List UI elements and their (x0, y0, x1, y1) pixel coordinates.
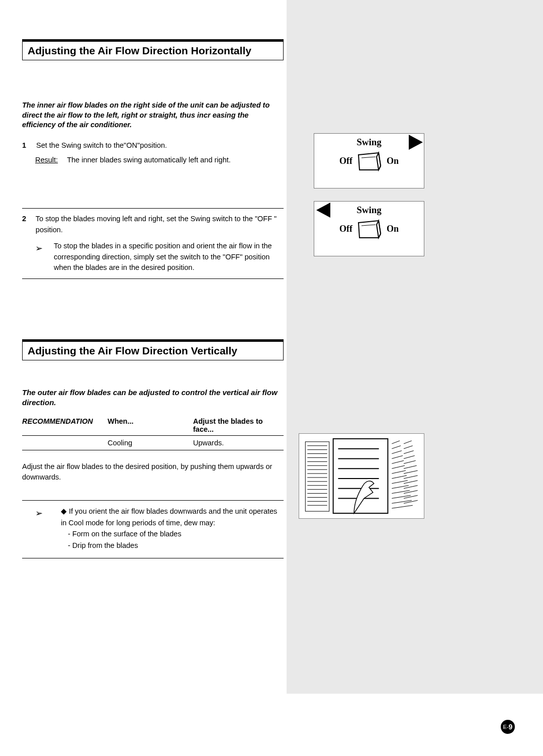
svg-line-28 (392, 451, 402, 454)
step-text: To stop the blades moving left and right… (36, 214, 284, 236)
cell-adjust: Upwards. (193, 439, 284, 447)
swing-off-label: Off (339, 224, 352, 234)
note-arrow-icon: ➢ (35, 241, 43, 273)
swing-on-label: On (387, 156, 399, 166)
col-when: When... (108, 417, 193, 433)
step-2: 2 To stop the blades moving left and rig… (22, 214, 284, 236)
intro-vertical: The outer air flow blades can be adjuste… (22, 388, 284, 408)
swing-diagram-on: Swing Off On (314, 133, 424, 188)
swing-on-label: On (387, 224, 399, 234)
svg-line-32 (392, 470, 406, 474)
cell-when: Cooling (108, 439, 193, 447)
vertical-blade-illustration (299, 433, 424, 519)
svg-line-29 (392, 455, 403, 458)
warning-item: - Form on the surface of the blades (54, 528, 284, 539)
svg-line-39 (392, 505, 413, 508)
step-number: 1 (22, 140, 29, 151)
svg-line-52 (404, 500, 418, 503)
table-row: Cooling Upwards. (22, 436, 284, 450)
divider (22, 208, 284, 209)
arrow-off-icon (316, 203, 330, 218)
page-number-badge: E-9 (501, 720, 515, 734)
ac-unit-icon (356, 150, 383, 172)
svg-line-33 (392, 476, 407, 479)
heading-text: Adjusting the Air Flow Direction Horizon… (23, 40, 283, 60)
warning-lead: ◆ If you orient the air flow blades down… (54, 506, 284, 528)
page-num: 9 (509, 723, 513, 731)
divider (22, 278, 284, 279)
intro-horizontal: The inner air flow blades on the right s… (22, 101, 284, 130)
svg-line-47 (404, 476, 418, 479)
sidebar-gray-bg (287, 0, 543, 694)
result-label: Result: (35, 156, 58, 164)
swing-title: Swing (314, 205, 424, 216)
arrow-on-icon (409, 135, 423, 150)
svg-line-27 (392, 446, 401, 449)
svg-line-37 (392, 496, 411, 499)
note-arrow-icon: ➢ (35, 506, 43, 551)
adjust-paragraph: Adjust the air flow blades to the desire… (22, 461, 284, 484)
note-block: ➢ To stop the blades in a specific posit… (35, 241, 284, 273)
step-text: Set the Swing switch to the"ON"position. (36, 140, 167, 151)
ac-unit-icon (356, 218, 383, 240)
svg-line-44 (404, 460, 416, 463)
recommendation-table: RECOMMENDATION When... Adjust the blades… (22, 417, 284, 450)
svg-line-43 (404, 455, 415, 458)
svg-line-30 (392, 460, 404, 463)
warning-block: ➢ ◆ If you orient the air flow blades do… (35, 506, 284, 551)
note-text: To stop the blades in a specific positio… (54, 241, 284, 273)
svg-line-36 (392, 491, 410, 494)
warning-item: - Drip from the blades (54, 540, 284, 551)
col-adjust: Adjust the blades to face... (193, 417, 284, 433)
result-text: The inner blades swing automatically lef… (67, 156, 231, 164)
diamond-bullet-icon: ◆ (61, 507, 67, 515)
section-heading-vertical: Adjusting the Air Flow Direction Vertica… (22, 339, 284, 360)
svg-line-46 (404, 470, 418, 474)
step-1: 1 Set the Swing switch to the"ON"positio… (22, 140, 284, 151)
svg-line-45 (404, 465, 417, 468)
section-heading-horizontal: Adjusting the Air Flow Direction Horizon… (22, 39, 284, 60)
step-number: 2 (22, 214, 29, 236)
svg-line-26 (392, 441, 400, 444)
svg-line-40 (404, 441, 412, 444)
svg-line-38 (392, 500, 412, 503)
svg-line-51 (404, 496, 418, 499)
rec-label: RECOMMENDATION (22, 417, 108, 433)
svg-line-31 (392, 465, 405, 468)
divider (22, 558, 284, 558)
swing-diagram-off: Swing Off On (314, 201, 424, 256)
swing-title: Swing (314, 137, 424, 148)
heading-text: Adjusting the Air Flow Direction Vertica… (23, 340, 283, 360)
page-prefix: E- (503, 724, 509, 730)
svg-line-41 (404, 446, 413, 449)
result-row: Result: The inner blades swing automatic… (35, 156, 284, 164)
divider (22, 500, 284, 501)
svg-rect-2 (305, 442, 329, 511)
svg-line-42 (404, 451, 414, 454)
swing-off-label: Off (339, 156, 352, 166)
